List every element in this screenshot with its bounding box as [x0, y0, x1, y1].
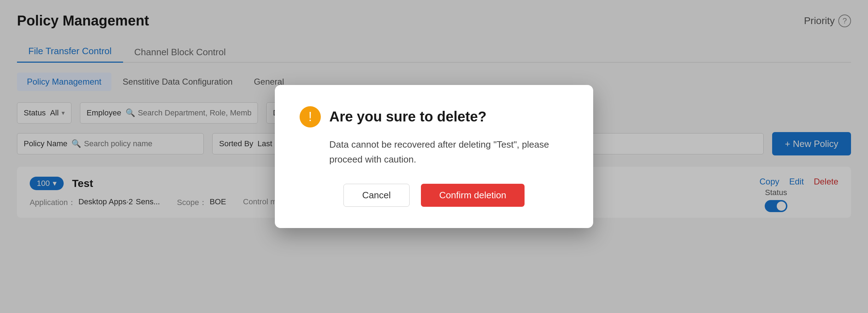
modal-title-row: ! Are you sure to delete? — [300, 106, 568, 127]
cancel-button[interactable]: Cancel — [343, 184, 410, 207]
modal-actions: Cancel Confirm deletion — [300, 184, 568, 207]
modal-body-line1: Data cannot be recovered after deleting … — [329, 139, 549, 150]
modal-body: Data cannot be recovered after deleting … — [300, 137, 568, 167]
warning-icon: ! — [300, 106, 321, 127]
modal-overlay: ! Are you sure to delete? Data cannot be… — [0, 0, 868, 313]
delete-confirm-modal: ! Are you sure to delete? Data cannot be… — [275, 85, 593, 228]
modal-title: Are you sure to delete? — [329, 109, 487, 125]
confirm-deletion-button[interactable]: Confirm deletion — [421, 184, 525, 207]
modal-body-line2: proceed with caution. — [329, 154, 416, 165]
